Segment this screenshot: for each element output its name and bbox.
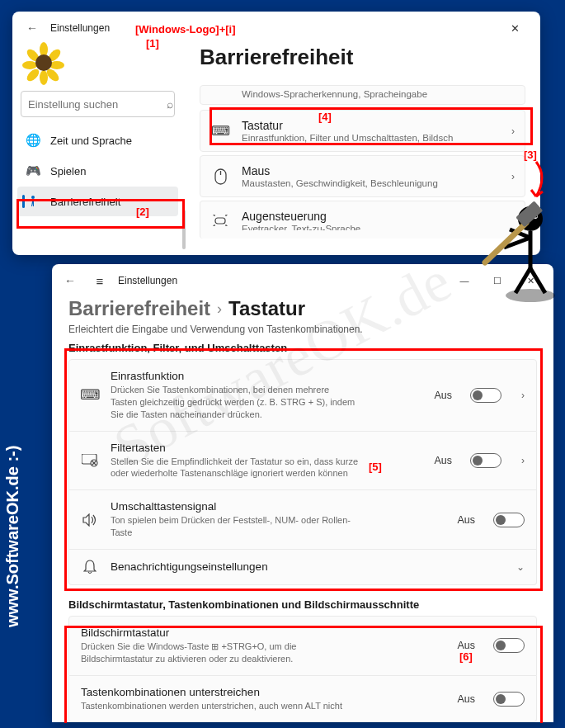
breadcrumb: Barrierefreiheit › Tastatur bbox=[68, 297, 537, 320]
row-title: Filtertasten bbox=[111, 442, 422, 454]
setting-row-mouse[interactable]: Maus Maustasten, Geschwindigkeit, Beschl… bbox=[200, 155, 525, 197]
hammer-figure-illustration bbox=[481, 190, 563, 305]
sidebar-item-label: Spielen bbox=[50, 165, 86, 177]
toggle-state: Aus bbox=[457, 514, 475, 526]
clock-globe-icon: 🌐 bbox=[26, 133, 40, 148]
row-subtitle: Maustasten, Geschwindigkeit, Beschleunig… bbox=[242, 178, 500, 188]
filter-keys-icon bbox=[81, 454, 99, 467]
setting-row-keyboard[interactable]: ⌨ Tastatur Einrastfunktion, Filter und U… bbox=[200, 110, 525, 152]
website-side-text: www.SoftwareOK.de :-) bbox=[3, 446, 22, 627]
eye-icon bbox=[210, 215, 230, 226]
row-subtitle: Eyetracker, Text-zu-Sprache bbox=[242, 224, 515, 230]
annotation-2: [2] bbox=[136, 206, 149, 218]
setting-row-notifications[interactable]: Benachrichtigungseinstellungen ⌄ bbox=[68, 550, 537, 585]
back-button[interactable]: ← bbox=[59, 269, 82, 292]
setting-row-filter-keys[interactable]: Filtertasten Stellen Sie die Empfindlich… bbox=[68, 432, 537, 491]
row-title: Tastatur bbox=[242, 119, 500, 132]
titlebar: ← Einstellungen ✕ bbox=[12, 12, 540, 45]
minimize-button[interactable]: — bbox=[448, 269, 481, 292]
sidebar-item-label: Barrierefreiheit bbox=[50, 196, 120, 208]
toggle-switch[interactable] bbox=[493, 692, 525, 707]
annotation-1: [1] bbox=[146, 37, 159, 50]
search-input-container[interactable]: ⌕ bbox=[21, 91, 175, 117]
page-description: Erleichtert die Eingabe und Verwendung v… bbox=[68, 324, 537, 335]
section-title: Einrastfunktion, Filter, und Umschalttas… bbox=[68, 342, 537, 354]
sidebar-scrollbar[interactable] bbox=[182, 210, 186, 249]
sidebar-item-label: Zeit und Sprache bbox=[50, 135, 132, 147]
keyboard-icon: ⌨ bbox=[210, 123, 230, 139]
search-icon: ⌕ bbox=[167, 97, 173, 111]
page-title: Barrierefreiheit bbox=[200, 45, 525, 70]
sticky-keys-icon: ⌨ bbox=[81, 386, 99, 404]
row-title: Maus bbox=[242, 164, 500, 177]
annotation-4: [4] bbox=[318, 111, 332, 123]
settings-window-keyboard: ← ≡ Einstellungen — ☐ ✕ Barrierefreiheit… bbox=[52, 264, 553, 722]
toggle-state: Aus bbox=[434, 390, 452, 401]
annotation-shortcut-label: [Windows-Logo]+[i] bbox=[135, 23, 236, 35]
chevron-right-icon[interactable]: › bbox=[521, 390, 525, 401]
row-title: Tastenkombinationen unterstreichen bbox=[81, 686, 445, 698]
row-subtitle: Einrastfunktion, Filter und Umschalttast… bbox=[242, 133, 500, 143]
setting-row-eye-control[interactable]: Augensteuerung Eyetracker, Text-zu-Sprac… bbox=[200, 201, 525, 239]
titlebar: ← ≡ Einstellungen — ☐ ✕ bbox=[52, 264, 553, 297]
chevron-right-icon: › bbox=[511, 125, 515, 137]
settings-window-accessibility: ← Einstellungen ✕ ⌕ 🌐 Zeit und bbox=[12, 12, 540, 255]
row-subtitle: Drücken Sie die Windows-Taste ⊞ +STRG+O,… bbox=[81, 641, 353, 665]
menu-button[interactable]: ≡ bbox=[88, 269, 111, 292]
row-subtitle: Drücken Sie Tastenkombinationen, bei den… bbox=[111, 384, 358, 421]
toggle-state: Aus bbox=[457, 693, 475, 705]
close-button[interactable]: ✕ bbox=[497, 17, 532, 40]
setting-row-sticky-keys[interactable]: ⌨ Einrastfunktion Drücken Sie Tastenkomb… bbox=[68, 359, 537, 432]
setting-row-speech-peek[interactable]: Windows-Spracherkennung, Spracheingabe bbox=[200, 85, 525, 105]
annotation-6: [6] bbox=[459, 650, 473, 663]
setting-row-underline-shortcuts[interactable]: Tastenkombinationen unterstreichen Taste… bbox=[68, 676, 537, 722]
row-title: Umschalttastensignal bbox=[111, 500, 445, 513]
sidebar-item-time-language[interactable]: 🌐 Zeit und Sprache bbox=[17, 125, 178, 155]
sound-icon bbox=[81, 513, 99, 527]
search-input[interactable] bbox=[28, 98, 167, 111]
gamepad-icon: 🎮 bbox=[26, 163, 40, 178]
row-subtitle: Tastenkombinationen werden unterstrichen… bbox=[81, 700, 361, 712]
window-title: Einstellungen bbox=[50, 22, 497, 34]
row-title: Einrastfunktion bbox=[111, 370, 422, 382]
svg-point-8 bbox=[506, 289, 555, 302]
row-title: Bildschirmtastatur bbox=[81, 626, 445, 639]
chevron-right-icon[interactable]: › bbox=[521, 455, 525, 466]
annotation-3: [3] bbox=[524, 149, 537, 161]
mouse-icon bbox=[210, 168, 230, 185]
chevron-right-icon: › bbox=[217, 300, 222, 318]
window-title: Einstellungen bbox=[118, 275, 177, 286]
toggle-switch[interactable] bbox=[470, 388, 501, 403]
toggle-switch[interactable] bbox=[470, 453, 501, 468]
breadcrumb-parent[interactable]: Barrierefreiheit bbox=[68, 297, 210, 320]
back-button[interactable]: ← bbox=[21, 17, 44, 40]
row-title: Augensteuerung bbox=[242, 210, 515, 223]
user-avatar[interactable] bbox=[26, 45, 62, 81]
toggle-state: Aus bbox=[434, 455, 452, 466]
sidebar-item-gaming[interactable]: 🎮 Spielen bbox=[17, 156, 178, 186]
toggle-switch[interactable] bbox=[493, 638, 525, 653]
row-title: Benachrichtigungseinstellungen bbox=[111, 560, 497, 573]
chevron-down-icon[interactable]: ⌄ bbox=[516, 561, 525, 573]
row-subtitle: Stellen Sie die Empfindlichkeit der Tast… bbox=[111, 456, 358, 480]
row-subtitle: Ton spielen beim Drücken der Feststell-,… bbox=[111, 514, 358, 539]
row-subtitle: Windows-Spracherkennung, Spracheingabe bbox=[242, 89, 515, 99]
sidebar: ⌕ 🌐 Zeit und Sprache 🎮 Spielen Barrieref… bbox=[12, 45, 186, 255]
bell-icon bbox=[81, 560, 99, 574]
svg-rect-3 bbox=[215, 218, 225, 224]
sidebar-item-accessibility[interactable]: Barrierefreiheit bbox=[17, 187, 178, 216]
setting-row-toggle-keys[interactable]: Umschalttastensignal Ton spielen beim Dr… bbox=[68, 490, 537, 550]
annotation-5: [5] bbox=[369, 461, 382, 473]
breadcrumb-current: Tastatur bbox=[228, 297, 305, 320]
setting-row-onscreen-keyboard[interactable]: Bildschirmtastatur Drücken Sie die Windo… bbox=[68, 616, 537, 676]
svg-point-0 bbox=[31, 196, 35, 199]
section-title: Bildschirmtastatur, Tastenkombinationen … bbox=[68, 598, 537, 611]
accessibility-icon bbox=[26, 194, 40, 209]
toggle-switch[interactable] bbox=[493, 513, 525, 527]
chevron-right-icon: › bbox=[511, 171, 515, 182]
